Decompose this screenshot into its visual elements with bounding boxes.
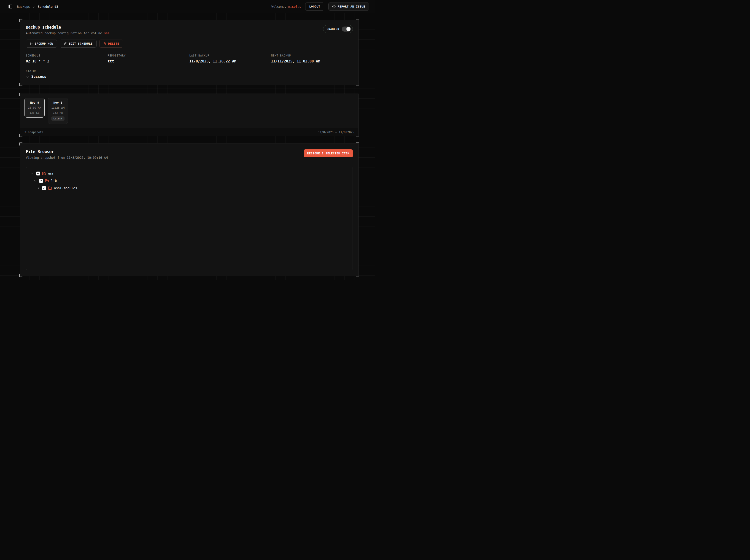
tree-item-name: ossl-modules bbox=[54, 186, 77, 190]
tree-row-usr[interactable]: usr bbox=[29, 170, 349, 177]
report-issue-label: REPORT AN ISSUE bbox=[338, 5, 365, 8]
backup-now-button[interactable]: BACKUP NOW bbox=[26, 40, 57, 47]
corner-bracket bbox=[356, 134, 359, 137]
chevron-down-icon[interactable] bbox=[34, 179, 37, 183]
folder-icon bbox=[48, 186, 52, 190]
chevron-down-icon[interactable] bbox=[31, 172, 34, 175]
panel-title: Backup schedule bbox=[26, 25, 110, 29]
snapshot-card[interactable]: Nov 8 10:09 AM 133 KB bbox=[24, 98, 45, 118]
field-next-backup: NEXT BACKUP 11/11/2025, 11:02:00 AM bbox=[271, 54, 353, 63]
checkbox-checked[interactable] bbox=[42, 186, 46, 190]
snapshots-footer: 2 snapshots 11/8/2025 – 11/8/2025 bbox=[20, 128, 358, 136]
folder-open-icon bbox=[42, 172, 46, 176]
field-label: REPOSITORY bbox=[107, 54, 189, 57]
field-label: SCHEDULE bbox=[26, 54, 107, 57]
corner-bracket bbox=[356, 83, 359, 86]
header-actions: Welcome, nicolas LOGOUT REPORT AN ISSUE bbox=[272, 2, 369, 11]
enabled-pill: ENABLED bbox=[323, 25, 353, 33]
snapshot-list: Nov 8 10:09 AM 133 KB Nov 8 11:26 AM 133… bbox=[20, 94, 358, 128]
chevron-right-icon bbox=[32, 5, 36, 8]
snapshot-size: 133 KB bbox=[26, 111, 43, 114]
username: nicolas bbox=[288, 5, 301, 8]
backup-schedule-panel: Backup schedule Automated backup configu… bbox=[20, 20, 358, 85]
status-badge: Success bbox=[26, 75, 107, 79]
snapshot-card[interactable]: Nov 8 11:26 AM 133 KB Latest bbox=[48, 98, 68, 124]
corner-bracket bbox=[356, 93, 359, 96]
field-label: STATUS bbox=[26, 69, 107, 73]
welcome-prefix: Welcome, bbox=[272, 5, 287, 8]
field-value: 11/11/2025, 11:02:00 AM bbox=[271, 59, 353, 63]
corner-bracket bbox=[356, 142, 359, 145]
panel-left-icon bbox=[8, 4, 13, 9]
breadcrumb: Backups Schedule #3 bbox=[17, 5, 58, 8]
corner-bracket bbox=[19, 93, 22, 96]
schedule-actions: BACKUP NOW EDIT SCHEDULE DELETE bbox=[26, 40, 353, 47]
tree-item-name: lib bbox=[51, 179, 57, 183]
sidebar-toggle-button[interactable] bbox=[7, 3, 14, 10]
enabled-toggle[interactable] bbox=[342, 26, 351, 32]
breadcrumb-root[interactable]: Backups bbox=[17, 5, 30, 8]
snapshot-count: 2 snapshots bbox=[24, 131, 43, 134]
field-value: 02 10 * * 2 bbox=[26, 59, 107, 63]
folder-open-icon bbox=[45, 179, 49, 183]
field-label: LAST BACKUP bbox=[190, 54, 271, 57]
volume-name: sss bbox=[104, 31, 110, 35]
latest-badge: Latest bbox=[51, 116, 64, 121]
field-label: NEXT BACKUP bbox=[271, 54, 353, 57]
file-browser-title: File Browser bbox=[26, 149, 108, 154]
snapshot-date: Nov 8 bbox=[50, 101, 66, 104]
corner-bracket bbox=[19, 134, 22, 137]
delete-button[interactable]: DELETE bbox=[99, 40, 123, 47]
file-browser-panel: File Browser Viewing snapshot from 11/8/… bbox=[20, 143, 358, 276]
breadcrumb-current: Schedule #3 bbox=[38, 5, 58, 8]
top-bar: Backups Schedule #3 Welcome, nicolas LOG… bbox=[0, 0, 375, 13]
tree-row-ossl-modules[interactable]: ossl-modules bbox=[29, 184, 349, 192]
file-tree: usr lib bbox=[26, 167, 353, 270]
main-content: Backup schedule Automated backup configu… bbox=[0, 13, 375, 276]
corner-bracket bbox=[356, 274, 359, 277]
corner-bracket bbox=[19, 274, 22, 277]
snapshot-time: 11:26 AM bbox=[50, 106, 66, 109]
logout-button[interactable]: LOGOUT bbox=[305, 2, 324, 11]
corner-bracket bbox=[19, 142, 22, 145]
chevron-right-icon[interactable] bbox=[37, 186, 40, 190]
status-text: Success bbox=[31, 75, 46, 79]
subtitle-prefix: Automated backup configuration for volum… bbox=[26, 31, 102, 35]
snapshots-frame: Nov 8 10:09 AM 133 KB Nov 8 11:26 AM 133… bbox=[20, 94, 358, 136]
field-schedule: SCHEDULE 02 10 * * 2 bbox=[26, 54, 107, 63]
edit-schedule-button[interactable]: EDIT SCHEDULE bbox=[60, 40, 96, 47]
checkbox-checked[interactable] bbox=[39, 179, 43, 183]
tree-row-lib[interactable]: lib bbox=[29, 177, 349, 184]
snapshot-size: 133 KB bbox=[50, 111, 66, 114]
check-icon bbox=[26, 75, 29, 78]
file-browser-frame: File Browser Viewing snapshot from 11/8/… bbox=[20, 143, 358, 276]
field-value: ttt bbox=[107, 59, 189, 63]
corner-bracket bbox=[19, 83, 22, 86]
backup-schedule-frame: Backup schedule Automated backup configu… bbox=[20, 20, 358, 85]
circle-x-icon bbox=[332, 5, 336, 8]
snapshots-panel: Nov 8 10:09 AM 133 KB Nov 8 11:26 AM 133… bbox=[20, 94, 358, 136]
panel-subtitle: Automated backup configuration for volum… bbox=[26, 31, 110, 35]
field-last-backup: LAST BACKUP 11/8/2025, 11:26:22 AM bbox=[190, 54, 271, 63]
field-value: 11/8/2025, 11:26:22 AM bbox=[190, 59, 271, 63]
pencil-icon bbox=[64, 42, 66, 45]
schedule-details: SCHEDULE 02 10 * * 2 REPOSITORY ttt LAST… bbox=[26, 54, 353, 79]
delete-label: DELETE bbox=[108, 42, 119, 45]
trash-icon bbox=[103, 42, 106, 45]
toggle-knob bbox=[347, 27, 351, 31]
file-browser-subtitle: Viewing snapshot from 11/8/2025, 10:09:1… bbox=[26, 156, 108, 159]
tree-item-name: usr bbox=[48, 172, 54, 175]
backup-now-label: BACKUP NOW bbox=[35, 42, 53, 45]
restore-selected-button[interactable]: RESTORE 1 SELECTED ITEM bbox=[303, 149, 353, 157]
field-repository: REPOSITORY ttt bbox=[107, 54, 189, 63]
snapshot-date-range: 11/8/2025 – 11/8/2025 bbox=[318, 131, 354, 134]
checkbox-checked[interactable] bbox=[36, 172, 40, 176]
snapshot-date: Nov 8 bbox=[26, 101, 43, 104]
corner-bracket bbox=[19, 19, 22, 22]
play-icon bbox=[30, 42, 33, 45]
field-status: STATUS Success bbox=[26, 69, 107, 79]
report-issue-button[interactable]: REPORT AN ISSUE bbox=[328, 2, 369, 11]
corner-bracket bbox=[356, 19, 359, 22]
enabled-label: ENABLED bbox=[327, 27, 339, 31]
welcome-text: Welcome, nicolas bbox=[272, 5, 301, 8]
